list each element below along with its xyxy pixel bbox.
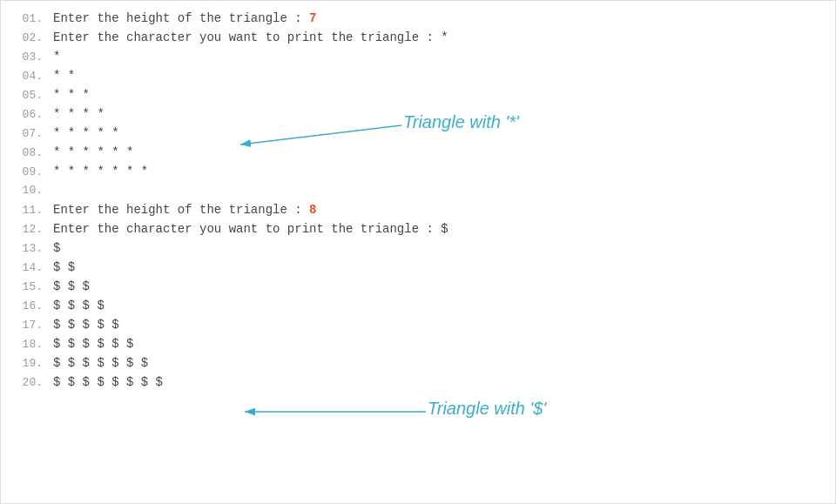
table-row: 08.* * * * * * — [1, 144, 835, 163]
line-number: 10. — [1, 184, 53, 197]
line-content: $ — [53, 241, 60, 255]
line-content: * * * * — [53, 107, 104, 121]
line-number: 03. — [1, 50, 53, 64]
line-content: * * * * * — [53, 126, 119, 140]
line-content: $ $ — [53, 260, 75, 274]
line-number: 08. — [1, 146, 53, 159]
line-content: Enter the height of the triangle : 7 — [53, 11, 316, 25]
annotation-dollar: Triangle with '$' — [428, 399, 546, 419]
line-content: Enter the character you want to print th… — [53, 222, 448, 236]
line-number: 05. — [1, 89, 53, 102]
line-number: 12. — [1, 223, 53, 236]
table-row: 20.$ $ $ $ $ $ $ $ — [1, 373, 835, 393]
table-row: 14.$ $ — [1, 259, 835, 278]
line-number: 19. — [1, 357, 53, 370]
line-content: * * * * * * * — [53, 165, 148, 178]
table-row: 19.$ $ $ $ $ $ $ — [1, 354, 835, 373]
line-number: 15. — [1, 280, 53, 293]
line-number: 02. — [1, 31, 53, 44]
line-number: 11. — [1, 204, 53, 217]
line-number: 01. — [1, 12, 53, 25]
table-row: 18.$ $ $ $ $ $ — [1, 335, 835, 354]
table-row: 05.* * * — [1, 86, 835, 105]
line-content: $ $ $ — [53, 279, 90, 293]
table-row: 10. — [1, 182, 835, 201]
table-row: 12.Enter the character you want to print… — [1, 220, 835, 239]
table-row: 13.$ — [1, 239, 835, 259]
line-number: 14. — [1, 261, 53, 274]
line-content: $ $ $ $ $ $ $ $ — [53, 375, 163, 389]
table-row: 16.$ $ $ $ — [1, 297, 835, 316]
line-content: $ $ $ $ $ $ — [53, 337, 133, 351]
table-row: 15.$ $ $ — [1, 278, 835, 297]
line-number: 04. — [1, 70, 53, 83]
line-number: 09. — [1, 165, 53, 178]
line-number: 20. — [1, 376, 53, 389]
line-content: $ $ $ $ $ — [53, 318, 119, 332]
table-row: 01.Enter the height of the triangle : 7 — [1, 10, 835, 29]
line-content: * * * * * * — [53, 145, 133, 159]
table-row: 03.* — [1, 48, 835, 67]
line-number: 16. — [1, 299, 53, 312]
highlight-number: 7 — [309, 11, 316, 25]
main-container: 01.Enter the height of the triangle : 70… — [0, 0, 836, 504]
line-content: $ $ $ $ $ $ $ — [53, 356, 148, 370]
table-row: 17.$ $ $ $ $ — [1, 316, 835, 335]
highlight-number: 8 — [309, 203, 316, 217]
line-content: Enter the character you want to print th… — [53, 30, 448, 44]
line-content: $ $ $ $ — [53, 299, 104, 312]
line-number: 17. — [1, 319, 53, 332]
line-number: 13. — [1, 242, 53, 255]
line-number: 07. — [1, 127, 53, 140]
line-content: * * — [53, 69, 75, 83]
annotation-star: Triangle with '*' — [403, 112, 519, 132]
table-row: 11.Enter the height of the triangle : 8 — [1, 201, 835, 220]
line-number: 18. — [1, 338, 53, 351]
table-row: 09.* * * * * * * — [1, 163, 835, 182]
table-row: 02.Enter the character you want to print… — [1, 29, 835, 48]
line-number: 06. — [1, 108, 53, 121]
table-row: 04.* * — [1, 67, 835, 86]
line-content: * * * — [53, 88, 90, 102]
line-content: * — [53, 50, 60, 64]
line-content: Enter the height of the triangle : 8 — [53, 203, 316, 217]
